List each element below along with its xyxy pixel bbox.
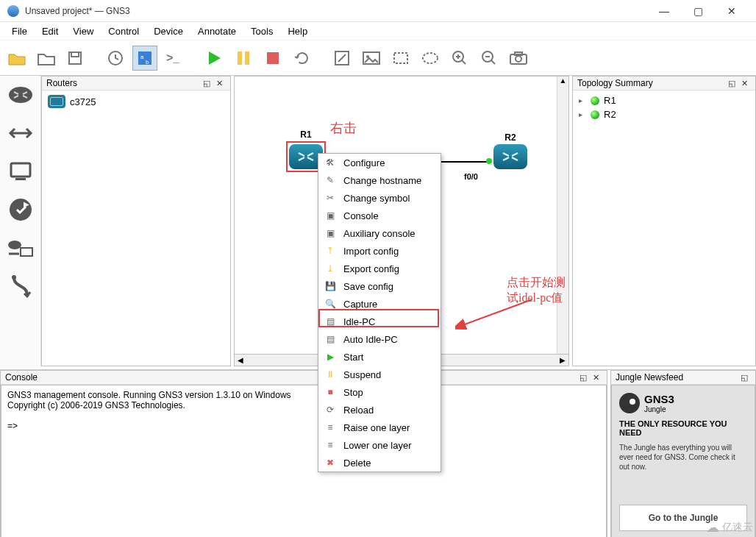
context-lower-one-layer[interactable]: ≡Lower one layer: [318, 436, 441, 454]
context-idle-pc[interactable]: ▤Idle-PC: [318, 313, 441, 330]
console-line: Copyright (c) 2006-2019 GNS3 Technologie…: [7, 400, 185, 410]
router-template-item[interactable]: c3725: [45, 93, 227, 110]
context-raise-one-layer[interactable]: ≡Raise one layer: [318, 419, 441, 436]
zoom-in-button[interactable]: [447, 46, 472, 71]
console-line: GNS3 management console. Running GNS3 ve…: [7, 390, 291, 400]
draw-rectangle-button[interactable]: [388, 46, 413, 71]
topology-item-r2[interactable]: ▸ R2: [579, 107, 749, 121]
panel-undock-icon[interactable]: ◱: [738, 373, 751, 383]
reload-all-button[interactable]: [290, 46, 315, 71]
console-all-button[interactable]: >_: [162, 46, 187, 71]
context-item-label: Raise one layer: [343, 422, 410, 433]
svg-text:▶: ▶: [24, 200, 29, 208]
context-item-icon: ≡: [324, 422, 336, 433]
newsfeed-title: Jungle Newsfeed ◱: [611, 371, 755, 385]
context-item-icon: ⤓: [324, 263, 336, 274]
context-auxiliary-console[interactable]: ▣Auxiliary console: [318, 224, 441, 242]
context-change-hostname[interactable]: ✎Change hostname: [318, 171, 441, 189]
save-project-button[interactable]: [63, 46, 88, 71]
context-change-symbol[interactable]: ✂Change symbol: [318, 189, 441, 207]
show-interfaces-button[interactable]: ab: [132, 46, 157, 71]
context-item-icon: ▤: [324, 316, 336, 327]
screenshot-button[interactable]: [506, 46, 531, 71]
context-item-label: Lower one layer: [343, 440, 412, 451]
routers-panel-title: Routers ◱ ✕: [42, 77, 230, 90]
maximize-button[interactable]: ▢: [681, 0, 715, 22]
topology-item-r1[interactable]: ▸ R1: [579, 93, 749, 107]
svg-point-18: [9, 87, 32, 103]
insert-image-button[interactable]: [359, 46, 384, 71]
newsfeed-text: The Jungle has everything you will ever …: [619, 443, 747, 472]
context-start[interactable]: ▶Start: [318, 348, 441, 366]
end-device-category-button[interactable]: [4, 155, 37, 188]
router-template-label: c3725: [70, 96, 96, 107]
menu-edit[interactable]: Edit: [35, 24, 65, 39]
menu-control[interactable]: Control: [101, 24, 146, 39]
context-item-icon: ▤: [324, 333, 336, 345]
context-import-config[interactable]: ⤒Import config: [318, 242, 441, 260]
node-r1-label: R1: [286, 129, 326, 140]
context-auto-idle-pc[interactable]: ▤Auto Idle-PC: [318, 330, 441, 348]
context-item-icon: 🔍: [324, 298, 336, 310]
context-item-label: Auxiliary console: [343, 228, 416, 239]
chevron-right-icon: ▸: [579, 110, 586, 118]
panel-close-icon[interactable]: ✕: [738, 79, 751, 88]
context-capture[interactable]: 🔍Capture: [318, 295, 441, 313]
zoom-out-button[interactable]: [477, 46, 502, 71]
router-category-button[interactable]: [4, 79, 37, 111]
minimize-button[interactable]: —: [647, 0, 681, 22]
menu-device[interactable]: Device: [146, 24, 190, 39]
new-project-button[interactable]: [4, 46, 29, 71]
menu-annotate[interactable]: Annotate: [190, 24, 243, 39]
menu-file[interactable]: File: [4, 24, 35, 39]
context-item-icon: ✂: [324, 192, 336, 204]
context-item-label: Auto Idle-PC: [343, 334, 398, 345]
context-item-label: Configure: [343, 157, 385, 168]
menu-help[interactable]: Help: [280, 24, 315, 39]
context-reload[interactable]: ⟳Reload: [318, 401, 441, 419]
stop-all-button[interactable]: [260, 46, 285, 71]
annotate-note-button[interactable]: [329, 46, 354, 71]
svg-text:>_: >_: [166, 51, 180, 64]
context-save-config[interactable]: 💾Save config: [318, 277, 441, 295]
node-r2[interactable]: R2: [493, 144, 527, 169]
node-context-menu: 🛠Configure✎Change hostname✂Change symbol…: [318, 153, 441, 472]
security-category-button[interactable]: ▶: [4, 193, 37, 226]
context-stop[interactable]: ■Stop: [318, 383, 441, 401]
vertical-scrollbar[interactable]: ▲: [557, 77, 568, 354]
context-item-label: Stop: [343, 387, 363, 398]
window-titlebar: Unsaved project* — GNS3 — ▢ ✕: [0, 0, 756, 22]
open-project-button[interactable]: [34, 46, 59, 71]
menu-view[interactable]: View: [65, 24, 101, 39]
newsfeed-title-text: Jungle Newsfeed: [616, 372, 683, 383]
context-delete[interactable]: ✖Delete: [318, 454, 441, 472]
add-link-button[interactable]: [4, 270, 37, 302]
draw-ellipse-button[interactable]: [418, 46, 443, 71]
switch-category-button[interactable]: [4, 117, 37, 149]
topology-item-label: R1: [604, 95, 616, 106]
port-label-f00: f0/0: [464, 172, 478, 181]
context-export-config[interactable]: ⤓Export config: [318, 260, 441, 277]
panel-close-icon[interactable]: ✕: [213, 79, 226, 88]
panel-undock-icon[interactable]: ◱: [577, 373, 590, 383]
context-item-label: Reload: [343, 405, 374, 416]
panel-undock-icon[interactable]: ◱: [200, 79, 213, 88]
context-console[interactable]: ▣Console: [318, 207, 441, 224]
menu-tools[interactable]: Tools: [243, 24, 280, 39]
close-button[interactable]: ✕: [715, 0, 749, 22]
context-suspend[interactable]: ⏸Suspend: [318, 366, 441, 383]
app-icon: [7, 5, 19, 17]
snapshot-button[interactable]: [103, 46, 128, 71]
console-output[interactable]: GNS3 management console. Running GNS3 ve…: [1, 385, 607, 537]
panel-undock-icon[interactable]: ◱: [725, 79, 738, 88]
all-devices-button[interactable]: [4, 232, 37, 264]
context-item-label: Delete: [343, 458, 371, 469]
newsfeed-panel: Jungle Newsfeed ◱ GNS3 Jungle THE ONLY R…: [610, 370, 756, 537]
pause-all-button[interactable]: [231, 46, 256, 71]
newsfeed-content: GNS3 Jungle THE ONLY RESOURCE YOU NEED T…: [611, 385, 755, 537]
context-configure[interactable]: 🛠Configure: [318, 154, 441, 171]
svg-rect-19: [11, 163, 30, 177]
console-prompt: =>: [7, 421, 18, 431]
panel-close-icon[interactable]: ✕: [590, 373, 602, 383]
start-all-button[interactable]: [202, 46, 227, 71]
